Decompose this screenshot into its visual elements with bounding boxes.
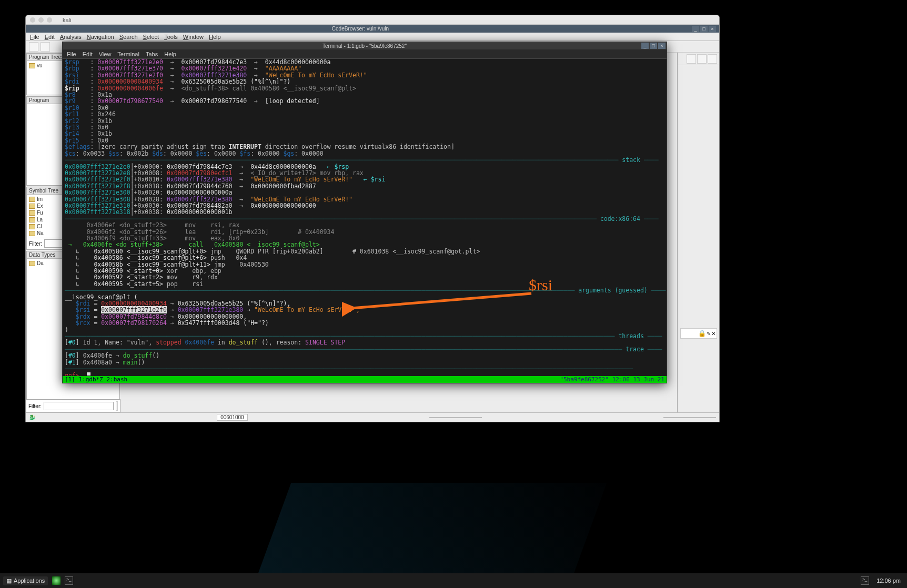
folder-icon — [29, 204, 35, 209]
maximize-icon[interactable]: □ — [700, 26, 708, 32]
ghidra-statusbar: 🐉 00601000 — [26, 412, 719, 422]
mac-titlebar[interactable]: kali — [26, 15, 719, 25]
ghidra-titlebar[interactable]: CodeBrowser: vuln:/vuln _ □ × — [26, 25, 719, 33]
filter-label: Filter: — [29, 241, 42, 247]
tmux-statusbar: [1] 1:gdb*Z 2:bash- "5ba9fe867252" 12:06… — [63, 376, 667, 383]
close-icon[interactable]: × — [709, 26, 716, 32]
fwd-icon[interactable] — [41, 42, 50, 52]
filter-input[interactable] — [44, 402, 114, 410]
grid-icon: ▦ — [6, 577, 12, 584]
menu-window[interactable]: Window — [183, 34, 204, 40]
menu-help[interactable]: Help — [164, 51, 176, 57]
terminal-titlebar[interactable]: Terminal - 1:1:gdb - "5ba9fe867252" _ □ … — [63, 42, 667, 49]
snapshot-icon[interactable] — [687, 54, 696, 64]
edit-icon[interactable]: ✎ — [707, 330, 711, 337]
menu-analysis[interactable]: Analysis — [60, 34, 82, 40]
folder-icon — [29, 224, 35, 229]
minimize-icon[interactable]: _ — [641, 43, 649, 49]
folder-icon — [29, 217, 35, 222]
menu-view[interactable]: View — [99, 51, 112, 57]
ghidra-right-gutter: 🔒 ✎ × — [677, 53, 719, 412]
ghidra-title: CodeBrowser: vuln:/vuln — [332, 26, 389, 32]
status-address: 00601000 — [217, 414, 248, 421]
close-icon[interactable] — [30, 17, 35, 23]
view-icon[interactable] — [697, 54, 707, 64]
minimize-icon[interactable] — [38, 17, 44, 23]
terminal-title: Terminal - 1:1:gdb - "5ba9fe867252" — [323, 43, 407, 49]
status-right: "5ba9fe867252" 12:06 13-Jun-21 — [560, 376, 664, 383]
lock-icon[interactable]: 🔒 — [698, 330, 706, 337]
mac-title: kali — [63, 17, 72, 23]
ghidra-menubar[interactable]: File Edit Analysis Navigation Search Sel… — [26, 33, 719, 41]
zoom-icon[interactable] — [47, 17, 52, 23]
menu-search[interactable]: Search — [119, 34, 138, 40]
close-icon[interactable] — [708, 54, 717, 64]
clock: 12:06 pm — [873, 576, 904, 585]
status-left: [1] 1:gdb*Z 2:bash- — [65, 376, 131, 383]
menu-file[interactable]: File — [67, 51, 76, 57]
terminal-output[interactable]: $rsp : 0x00007fff3271e2e0 → 0x00007fd798… — [63, 59, 667, 376]
back-icon[interactable] — [29, 42, 38, 52]
close-icon[interactable]: × — [658, 43, 666, 49]
folder-icon — [29, 197, 35, 202]
maximize-icon[interactable]: □ — [650, 43, 657, 49]
folder-icon — [29, 63, 35, 68]
terminal-icon[interactable] — [65, 576, 73, 585]
menu-file[interactable]: File — [30, 34, 39, 40]
kali-icon[interactable] — [52, 576, 61, 585]
folder-icon — [29, 231, 35, 236]
menu-tools[interactable]: Tools — [164, 34, 178, 40]
menu-terminal[interactable]: Terminal — [117, 51, 139, 57]
ghidra-dragon-icon: 🐉 — [29, 414, 35, 420]
gear-icon[interactable] — [116, 401, 118, 411]
close-icon[interactable]: × — [712, 330, 715, 337]
folder-icon — [29, 210, 35, 216]
applications-menu[interactable]: ▦ Applications — [3, 576, 48, 585]
taskbar[interactable]: ▦ Applications 12:06 pm — [0, 573, 907, 588]
menu-edit[interactable]: Edit — [45, 34, 55, 40]
traffic-lights[interactable] — [30, 17, 52, 23]
filter-label: Filter: — [28, 403, 42, 409]
terminal-indicator-icon[interactable] — [861, 576, 869, 585]
terminal-window[interactable]: Terminal - 1:1:gdb - "5ba9fe867252" _ □ … — [62, 42, 667, 383]
menu-select[interactable]: Select — [143, 34, 159, 40]
terminal-menubar[interactable]: File Edit View Terminal Tabs Help — [63, 49, 667, 59]
folder-icon — [29, 261, 35, 266]
minimize-icon[interactable]: _ — [692, 26, 699, 32]
menu-help[interactable]: Help — [209, 34, 221, 40]
menu-edit[interactable]: Edit — [83, 51, 93, 57]
menu-tabs[interactable]: Tabs — [146, 51, 158, 57]
menu-navigation[interactable]: Navigation — [87, 34, 114, 40]
